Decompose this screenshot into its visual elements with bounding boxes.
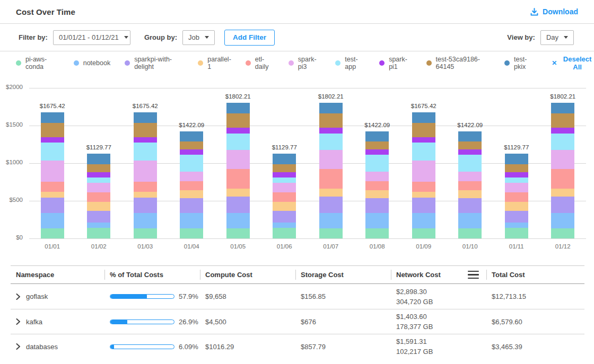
bar-segment-spark-pi3[interactable] xyxy=(458,172,482,182)
bar-segment-parallel-1[interactable] xyxy=(41,192,64,198)
bar-segment-parallel-1[interactable] xyxy=(319,189,343,196)
column-settings-icon[interactable] xyxy=(467,270,480,280)
bar-segment-pi-aws-conda[interactable] xyxy=(412,228,435,238)
column-header-network-cost[interactable]: Network Cost xyxy=(391,266,486,283)
column-header-namespace[interactable]: Namespace xyxy=(11,266,104,283)
bar-segment-test-app[interactable] xyxy=(319,134,343,150)
bar-segment-spark-pi1[interactable] xyxy=(134,137,157,143)
bar-segment-pi-aws-conda[interactable] xyxy=(319,228,343,238)
bar-segment-pi-aws-conda[interactable] xyxy=(41,228,64,238)
bar-segment-pi-aws-conda[interactable] xyxy=(273,228,296,238)
bar-segment-test-pkix[interactable] xyxy=(365,131,389,141)
bar-segment-test-pkix[interactable] xyxy=(412,112,435,123)
stacked-bar-01/09[interactable]: $1675.42 xyxy=(400,88,447,238)
stacked-bar-01/10[interactable]: $1422.09 xyxy=(447,88,494,238)
legend-item-test-app[interactable]: test-app xyxy=(335,56,365,70)
bar-segment-test-53ca9186-64145[interactable] xyxy=(319,113,343,128)
bar-segment-test-app[interactable] xyxy=(87,177,110,183)
bar-segment-sparkpi-with-delight[interactable] xyxy=(365,198,389,213)
bar-segment-parallel-1[interactable] xyxy=(134,192,157,198)
legend-item-notebook[interactable]: notebook xyxy=(74,59,110,67)
bar-segment-notebook[interactable] xyxy=(551,213,574,228)
stacked-bar-01/03[interactable]: $1675.42 xyxy=(122,88,169,238)
bar-segment-etl-daily[interactable] xyxy=(226,169,250,189)
bar-segment-sparkpi-with-delight[interactable] xyxy=(226,197,250,214)
bar-segment-test-app[interactable] xyxy=(41,143,64,161)
bar-segment-test-pkix[interactable] xyxy=(134,112,157,123)
bar-segment-spark-pi1[interactable] xyxy=(412,137,435,143)
legend-item-spark-pi1[interactable]: spark-pi1 xyxy=(379,56,412,70)
bar-segment-notebook[interactable] xyxy=(273,223,296,228)
bar-segment-spark-pi3[interactable] xyxy=(134,161,157,182)
bar-segment-pi-aws-conda[interactable] xyxy=(226,228,250,238)
bar-segment-test-app[interactable] xyxy=(134,143,157,161)
bar-segment-spark-pi3[interactable] xyxy=(412,161,435,182)
bar-segment-spark-pi3[interactable] xyxy=(273,183,296,192)
view-by-select[interactable]: Day xyxy=(540,30,574,45)
bar-segment-spark-pi3[interactable] xyxy=(87,183,110,192)
bar-segment-pi-aws-conda[interactable] xyxy=(551,228,574,238)
bar-segment-spark-pi1[interactable] xyxy=(319,128,343,134)
stacked-bar-01/01[interactable]: $1675.42 xyxy=(29,88,76,238)
bar-segment-sparkpi-with-delight[interactable] xyxy=(319,197,343,214)
legend-item-pi-aws-conda[interactable]: pi-aws-conda xyxy=(16,56,59,70)
bar-segment-notebook[interactable] xyxy=(319,213,343,228)
bar-segment-test-app[interactable] xyxy=(412,143,435,161)
bar-segment-test-app[interactable] xyxy=(273,177,296,183)
bar-segment-spark-pi3[interactable] xyxy=(505,183,528,192)
bar-segment-sparkpi-with-delight[interactable] xyxy=(412,198,435,213)
legend-item-parallel-1[interactable]: parallel-1 xyxy=(198,56,231,70)
bar-segment-etl-daily[interactable] xyxy=(365,181,389,190)
bar-segment-test-53ca9186-64145[interactable] xyxy=(180,141,203,149)
bar-segment-sparkpi-with-delight[interactable] xyxy=(551,197,574,214)
bar-segment-test-53ca9186-64145[interactable] xyxy=(134,123,157,137)
bar-segment-etl-daily[interactable] xyxy=(319,169,343,189)
bar-segment-parallel-1[interactable] xyxy=(226,189,250,196)
bar-segment-spark-pi3[interactable] xyxy=(319,150,343,170)
bar-segment-spark-pi1[interactable] xyxy=(505,172,528,177)
bar-segment-sparkpi-with-delight[interactable] xyxy=(134,198,157,213)
bar-segment-etl-daily[interactable] xyxy=(273,192,296,202)
bar-segment-sparkpi-with-delight[interactable] xyxy=(87,211,110,223)
bar-segment-notebook[interactable] xyxy=(458,213,482,228)
group-by-select[interactable]: Job xyxy=(182,30,215,45)
bar-segment-notebook[interactable] xyxy=(505,223,528,228)
bar-segment-test-pkix[interactable] xyxy=(319,103,343,113)
bar-segment-spark-pi3[interactable] xyxy=(226,150,250,170)
bar-segment-test-53ca9186-64145[interactable] xyxy=(41,123,64,137)
bar-segment-notebook[interactable] xyxy=(134,213,157,228)
expand-row-chevron-icon[interactable] xyxy=(16,294,21,300)
stacked-bar-01/02[interactable]: $1129.77 xyxy=(76,88,123,238)
bar-segment-notebook[interactable] xyxy=(41,213,64,228)
bar-segment-spark-pi1[interactable] xyxy=(273,172,296,177)
bar-segment-sparkpi-with-delight[interactable] xyxy=(180,198,203,213)
bar-segment-test-53ca9186-64145[interactable] xyxy=(365,141,389,149)
bar-segment-test-app[interactable] xyxy=(226,134,250,150)
bar-segment-test-pkix[interactable] xyxy=(273,154,296,165)
legend-item-test-53ca9186-64145[interactable]: test-53ca9186-64145 xyxy=(426,56,490,70)
bar-segment-test-53ca9186-64145[interactable] xyxy=(226,113,250,128)
bar-segment-etl-daily[interactable] xyxy=(551,169,574,189)
bar-segment-spark-pi3[interactable] xyxy=(41,161,64,182)
bar-segment-parallel-1[interactable] xyxy=(505,202,528,210)
download-button[interactable]: Download xyxy=(530,7,578,16)
bar-segment-spark-pi1[interactable] xyxy=(365,149,389,155)
legend-item-spark-pi3[interactable]: spark-pi3 xyxy=(289,56,321,70)
bar-segment-pi-aws-conda[interactable] xyxy=(87,228,110,238)
bar-segment-spark-pi1[interactable] xyxy=(458,149,482,155)
bar-segment-parallel-1[interactable] xyxy=(365,190,389,198)
expand-row-chevron-icon[interactable] xyxy=(16,343,21,350)
column-header-compute-cost[interactable]: Compute Cost xyxy=(200,266,295,283)
bar-segment-etl-daily[interactable] xyxy=(505,192,528,202)
column-header-storage-cost[interactable]: Storage Cost xyxy=(295,266,391,283)
legend-item-test-pkix[interactable]: test-pkix xyxy=(504,56,535,70)
bar-segment-parallel-1[interactable] xyxy=(412,192,435,198)
bar-segment-pi-aws-conda[interactable] xyxy=(134,228,157,238)
bar-segment-parallel-1[interactable] xyxy=(551,189,574,196)
bar-segment-sparkpi-with-delight[interactable] xyxy=(41,198,64,213)
bar-segment-notebook[interactable] xyxy=(226,213,250,228)
bar-segment-sparkpi-with-delight[interactable] xyxy=(505,211,528,223)
bar-segment-test-53ca9186-64145[interactable] xyxy=(87,164,110,172)
bar-segment-test-app[interactable] xyxy=(551,134,574,150)
bar-segment-spark-pi1[interactable] xyxy=(87,172,110,177)
